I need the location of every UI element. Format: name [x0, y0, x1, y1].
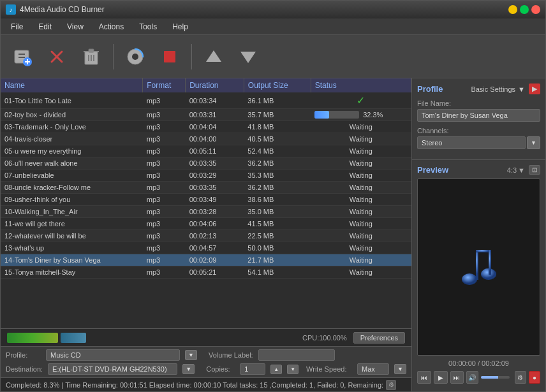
cell-format: mp3 [143, 182, 186, 194]
cell-name: 08-uncle kracker-Follow me [1, 182, 143, 194]
cell-duration: 00:03:29 [186, 170, 244, 182]
toolbar-separator-1 [113, 44, 114, 69]
cell-name: 11-we will get there [1, 218, 143, 230]
table-row[interactable]: 11-we will get theremp300:04:0641.5 MBWa… [1, 218, 411, 230]
volume-label-label: Volume Label: [209, 351, 253, 359]
table-row[interactable]: 05-u were my everythingmp300:05:1152.4 M… [1, 145, 411, 157]
destination-input[interactable] [48, 363, 177, 375]
cell-format: mp3 [143, 218, 186, 230]
col-header-format[interactable]: Format [143, 78, 186, 92]
maximize-button[interactable] [520, 5, 529, 14]
player-next-button[interactable]: ⏭ [450, 371, 464, 384]
basic-settings-button[interactable]: Basic Settings ▼ ▶ [471, 83, 540, 94]
track-table[interactable]: Name Format Duration Output Size Status … [1, 78, 411, 328]
window-controls [508, 5, 540, 14]
delete-button[interactable] [76, 40, 107, 73]
cell-duration: 00:05:21 [186, 266, 244, 279]
preview-section: Preview 4:3 ▼ ⊡ [412, 160, 545, 391]
write-speed-dropdown-button[interactable]: ▼ [394, 364, 406, 374]
col-header-size[interactable]: Output Size [244, 78, 311, 92]
channels-dropdown-button[interactable]: ▼ [527, 136, 540, 149]
cell-size: 38.6 MB [244, 194, 311, 206]
channels-field: Channels: Stereo ▼ [417, 127, 540, 149]
cell-size: 35.3 MB [244, 170, 311, 182]
table-row[interactable]: 07-unbelievablemp300:03:2935.3 MBWaiting [1, 170, 411, 182]
cell-name: 10-Walking_In_The_Air [1, 206, 143, 218]
volume-label-input[interactable] [258, 349, 335, 361]
table-row[interactable]: 02-toy box - dividedmp300:03:3135.7 MB 3… [1, 109, 411, 121]
cell-format: mp3 [143, 230, 186, 242]
cancel-button[interactable] [41, 40, 72, 73]
menu-view[interactable]: View [59, 20, 91, 33]
volume-fill [481, 376, 498, 379]
cell-status: Waiting [311, 157, 411, 170]
col-header-name[interactable]: Name [1, 78, 143, 92]
cell-name: 02-toy box - divided [1, 109, 143, 121]
player-controls: ⏮ ▶ ⏭ 🔊 ⚙ ● [417, 371, 540, 384]
title-bar: ♪ 4Media Audio CD Burner [1, 1, 545, 18]
cell-duration: 00:02:09 [186, 254, 244, 266]
cell-size: 22.5 MB [244, 230, 311, 242]
cell-name: 01-Too Little Too Late [1, 92, 143, 109]
copies-input[interactable] [240, 363, 265, 375]
table-row[interactable]: 01-Too Little Too Latemp300:03:3436.1 MB… [1, 92, 411, 109]
settings-nav-button[interactable]: ⚙ [515, 371, 526, 384]
record-button[interactable]: ● [529, 371, 540, 384]
table-row[interactable]: 09-usher-think of yoump300:03:4938.6 MBW… [1, 194, 411, 206]
cell-name: 12-whatever will be will be [1, 230, 143, 242]
cell-size: 35.7 MB [244, 109, 311, 121]
track-table-body: 01-Too Little Too Latemp300:03:3436.1 MB… [1, 92, 411, 279]
player-prev-button[interactable]: ⏮ [417, 371, 431, 384]
preferences-button[interactable]: Preferences [353, 332, 405, 344]
cell-name: 14-Tom's Diner by Susan Vega [1, 254, 143, 266]
preview-expand-button[interactable]: ⊡ [529, 165, 540, 175]
stop-button[interactable] [154, 40, 185, 73]
col-header-status[interactable]: Status [311, 78, 411, 92]
toolbar-separator-2 [191, 44, 192, 69]
table-row[interactable]: 10-Walking_In_The_Airmp300:03:2835.0 MBW… [1, 206, 411, 218]
move-up-button[interactable] [198, 40, 229, 73]
write-speed-input[interactable] [357, 363, 389, 375]
basic-settings-label: Basic Settings [471, 85, 515, 93]
app-window: ♪ 4Media Audio CD Burner File Edit View … [0, 0, 546, 392]
status-done-icon: ✓ [357, 95, 365, 106]
status-icon[interactable]: ⚙ [386, 380, 396, 390]
menu-tools[interactable]: Tools [131, 20, 165, 33]
table-row[interactable]: 14-Tom's Diner by Susan Vegamp300:02:092… [1, 254, 411, 266]
right-panel: Profile Basic Settings ▼ ▶ File Name: To… [411, 78, 545, 391]
player-volume-button[interactable]: 🔊 [466, 371, 478, 384]
cell-format: mp3 [143, 254, 186, 266]
menu-help[interactable]: Help [165, 20, 196, 33]
aspect-ratio-label: 4:3 [507, 166, 517, 174]
cell-status: Waiting [311, 254, 411, 266]
move-down-button[interactable] [233, 40, 263, 73]
table-row[interactable]: 06-u'll never walk alonemp300:03:3536.2 … [1, 157, 411, 170]
table-row[interactable]: 13-what's upmp300:04:5750.0 MBWaiting [1, 242, 411, 254]
profile-dropdown-button[interactable]: ▼ [185, 350, 197, 360]
table-row[interactable]: 15-Tonya mitchell-Staymp300:05:2154.1 MB… [1, 266, 411, 279]
copies-up-button[interactable]: ▲ [270, 365, 282, 374]
player-play-button[interactable]: ▶ [434, 371, 448, 384]
menu-edit[interactable]: Edit [31, 20, 59, 33]
status-waiting-label: Waiting [350, 268, 373, 276]
table-row[interactable]: 12-whatever will be will bemp300:02:1322… [1, 230, 411, 242]
add-button[interactable] [7, 40, 38, 73]
minimize-button[interactable] [508, 5, 517, 14]
menu-actions[interactable]: Actions [91, 20, 131, 33]
destination-dropdown-button[interactable]: ▼ [182, 364, 195, 374]
cell-format: mp3 [143, 206, 186, 218]
cell-size: 21.7 MB [244, 254, 311, 266]
profile-label: Profile: [6, 351, 41, 359]
profile-input[interactable] [46, 349, 180, 361]
close-button[interactable] [531, 5, 540, 14]
table-row[interactable]: 03-Trademark - Only Lovemp300:04:0441.8 … [1, 121, 411, 133]
menu-file[interactable]: File [3, 20, 31, 33]
table-row[interactable]: 04-travis-closermp300:04:0040.5 MBWaitin… [1, 133, 411, 145]
volume-bar[interactable] [481, 376, 510, 379]
status-progress-bar: 32.3% [314, 111, 407, 119]
convert-button[interactable] [120, 40, 151, 73]
col-header-duration[interactable]: Duration [186, 78, 244, 92]
cell-status: Waiting [311, 145, 411, 157]
copies-down-button[interactable]: ▼ [287, 365, 299, 374]
table-row[interactable]: 08-uncle kracker-Follow memp300:03:3536.… [1, 182, 411, 194]
